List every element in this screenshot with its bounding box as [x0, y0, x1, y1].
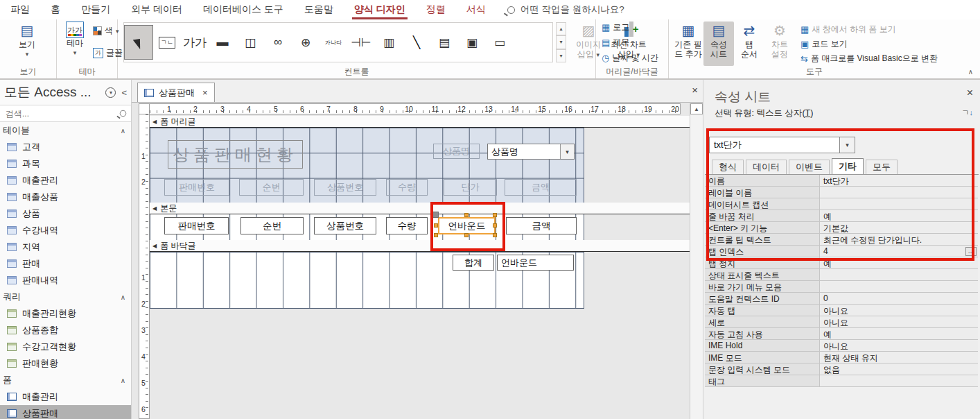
- view-button[interactable]: ▤ 보기 ▾: [12, 22, 42, 66]
- tab-arrange[interactable]: 정렬: [416, 0, 456, 19]
- textbox-amount[interactable]: 금액: [506, 217, 577, 234]
- collapse-ribbon-icon[interactable]: ∧: [968, 68, 973, 76]
- textbox-sale-no[interactable]: 판매번호: [164, 217, 229, 234]
- tab-format[interactable]: 서식: [456, 0, 496, 19]
- shutter-bar-icon[interactable]: <: [121, 87, 127, 98]
- property-tab[interactable]: 기타: [832, 158, 864, 174]
- property-tab[interactable]: 형식: [712, 160, 744, 174]
- property-value[interactable]: 아니요…: [820, 340, 978, 351]
- header-footer-item[interactable]: ◷ 날짜 및 시간: [596, 50, 668, 65]
- chevron-down-icon[interactable]: ▾: [839, 137, 855, 153]
- col-label-sale-no[interactable]: 판매번호: [164, 179, 229, 196]
- navigation-control-icon[interactable]: 가나다: [320, 25, 347, 60]
- product-name-label[interactable]: 상품명: [433, 144, 480, 159]
- nav-search-input[interactable]: [4, 108, 119, 119]
- resize-handle[interactable]: [464, 233, 469, 237]
- sidebar-item[interactable]: 판매현황: [0, 355, 131, 372]
- property-value[interactable]: …: [820, 198, 978, 210]
- col-label-seq[interactable]: 순번: [239, 179, 304, 196]
- tab-database-tools[interactable]: 데이터베이스 도구: [193, 0, 294, 19]
- tab-order-button[interactable]: ⇄ 탭 순서: [734, 22, 764, 66]
- sort-order-icon[interactable]: ㄱ↓: [962, 108, 974, 118]
- sidebar-item[interactable]: 매출관리: [0, 172, 131, 189]
- sidebar-item[interactable]: 매출상품: [0, 189, 131, 205]
- tool-item[interactable]: ⇆ 폼 매크로를 Visual Basic으로 변환: [800, 51, 938, 66]
- tab-control-icon[interactable]: ◫: [236, 25, 264, 60]
- sidebar-item[interactable]: 매출관리현황: [0, 305, 131, 322]
- property-value[interactable]: txt단가…: [820, 175, 978, 186]
- form-title-label[interactable]: 상품판매현황: [168, 140, 303, 169]
- property-value[interactable]: …: [820, 187, 978, 198]
- list-box-icon[interactable]: ▤: [430, 25, 458, 60]
- vertical-ruler[interactable]: 12123456: [139, 114, 150, 419]
- colors-button[interactable]: 색 ▾: [93, 25, 119, 37]
- sidebar-item[interactable]: 판매내역: [0, 272, 131, 289]
- property-value[interactable]: 예…: [820, 257, 978, 268]
- option-group-icon[interactable]: ▣: [458, 25, 486, 60]
- close-document-icon[interactable]: ×: [692, 84, 698, 96]
- move-handle[interactable]: [432, 212, 439, 218]
- section-bar-detail[interactable]: ◀ 본문: [150, 203, 690, 214]
- sidebar-item[interactable]: 판매: [0, 255, 131, 272]
- textbox-footer-unbound[interactable]: 언바운드: [497, 255, 574, 271]
- property-value[interactable]: 아니요…: [820, 316, 978, 327]
- page-break-icon[interactable]: ⊣⊢: [347, 25, 375, 60]
- property-value[interactable]: 4…: [820, 246, 978, 257]
- vertical-scrollbar[interactable]: ▲: [690, 103, 703, 419]
- property-value[interactable]: 현재 상태 유지…: [820, 352, 978, 363]
- close-icon[interactable]: ×: [967, 87, 973, 99]
- property-value[interactable]: 기본값…: [820, 222, 978, 233]
- property-value[interactable]: 예…: [820, 328, 978, 339]
- textbox-qty[interactable]: 수량: [386, 217, 428, 234]
- gallery-scroll-down-icon[interactable]: ▾: [556, 35, 566, 49]
- tool-item[interactable]: ▦ 새 창에서 하위 폼 보기: [800, 22, 938, 37]
- sidebar-item[interactable]: 상품: [0, 205, 131, 222]
- product-name-combo[interactable]: 상품명 ▾: [487, 144, 575, 160]
- property-sheet-button[interactable]: ▤ 속성 시트: [703, 22, 734, 66]
- hyperlink-icon[interactable]: ∞: [264, 25, 292, 60]
- resize-handle[interactable]: [464, 213, 469, 217]
- section-bar-form-header[interactable]: ◀ 폼 머리글: [150, 116, 690, 128]
- header-footer-item[interactable]: ▦ 로고: [596, 19, 668, 35]
- tool-item[interactable]: ▣ 코드 보기: [800, 37, 938, 51]
- nav-menu-icon[interactable]: ▾: [105, 87, 116, 98]
- col-label-product-no[interactable]: 상품번호: [314, 179, 376, 196]
- search-icon[interactable]: [120, 110, 126, 117]
- tell-me-search[interactable]: 어떤 작업을 원하시나요?: [507, 0, 624, 19]
- tab-form-design[interactable]: 양식 디자인: [344, 0, 416, 19]
- themes-button[interactable]: 가가 테마 ▾: [60, 22, 90, 66]
- property-value[interactable]: 0…: [820, 293, 978, 304]
- header-footer-item[interactable]: ▤ 제목: [596, 35, 668, 50]
- control-selector-combo[interactable]: txt단가 ▾: [709, 137, 855, 153]
- sidebar-item[interactable]: 상품종합: [0, 322, 131, 339]
- resize-handle[interactable]: [493, 233, 497, 237]
- select-tool-icon[interactable]: [124, 25, 153, 60]
- property-tab[interactable]: 모두: [866, 160, 898, 174]
- sidebar-item[interactable]: 매출관리: [0, 388, 131, 405]
- tab-file[interactable]: 파일: [0, 0, 40, 19]
- sidebar-item[interactable]: 수강내역: [0, 222, 131, 239]
- sidebar-item[interactable]: 과목: [0, 155, 131, 172]
- web-browser-icon[interactable]: ⊕: [292, 25, 320, 60]
- builder-button[interactable]: …: [965, 247, 977, 256]
- tab-home[interactable]: 홈: [40, 0, 71, 19]
- text-box-icon[interactable]: ㄱㄴ: [153, 25, 181, 60]
- property-value[interactable]: 최근에 수정된 단가입니다.…: [820, 234, 978, 245]
- add-existing-fields-button[interactable]: ▦ 기존 필 드 추가: [673, 22, 703, 66]
- col-label-amount[interactable]: 금액: [505, 179, 577, 196]
- horizontal-ruler[interactable]: 1234567891011121314151617181920: [150, 103, 681, 114]
- sum-label[interactable]: 합계: [453, 255, 494, 271]
- sidebar-group-tables[interactable]: 테이블 ∧: [0, 122, 131, 139]
- property-value[interactable]: …: [820, 281, 978, 292]
- ruler-corner[interactable]: [139, 103, 150, 114]
- sidebar-group-forms[interactable]: 폼 ∧: [0, 372, 131, 388]
- button-icon[interactable]: ▬: [209, 25, 236, 60]
- gallery-more-icon[interactable]: ▾: [556, 49, 566, 62]
- resize-handle[interactable]: [493, 213, 497, 217]
- col-label-qty[interactable]: 수량: [386, 179, 428, 196]
- textbox-seq[interactable]: 순번: [240, 217, 304, 234]
- tab-create[interactable]: 만들기: [71, 0, 121, 19]
- property-value[interactable]: …: [820, 375, 978, 386]
- gallery-scroll-up-icon[interactable]: ▴: [556, 22, 566, 35]
- tab-help[interactable]: 도움말: [294, 0, 344, 19]
